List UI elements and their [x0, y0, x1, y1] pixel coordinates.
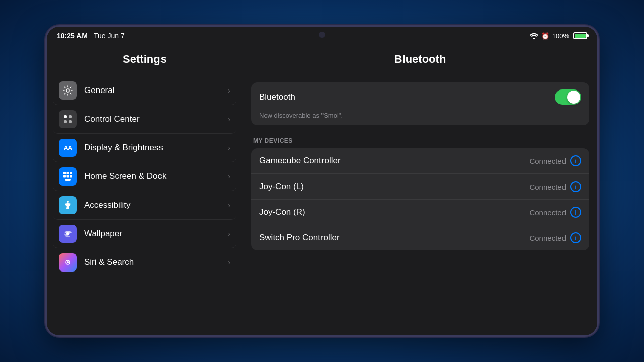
wallpaper-chevron: › — [228, 230, 230, 238]
ipad-frame: 10:25 AM Tue Jun 7 ⏰ 100% — [45, 25, 599, 337]
svg-rect-8 — [70, 172, 72, 174]
device-row-joycon-l[interactable]: Joy-Con (L) Connected i — [251, 174, 589, 200]
bluetooth-toggle[interactable] — [555, 89, 581, 105]
svg-point-0 — [533, 38, 535, 39]
device-right-gamecube: Connected i — [529, 155, 581, 166]
device-name-joycon-l: Joy-Con (L) — [259, 182, 304, 192]
status-time: 10:25 AM — [57, 32, 88, 40]
wallpaper-icon — [59, 225, 77, 243]
device-name-gamecube: Gamecube Controller — [259, 156, 341, 166]
bluetooth-toggle-row: Bluetooth — [251, 82, 589, 112]
home-screen-chevron: › — [228, 172, 230, 180]
sidebar-item-display-brightness[interactable]: AA Display & Brightness › — [53, 134, 236, 162]
discoverable-text: Now discoverable as "Smol". — [251, 112, 589, 125]
device-right-switch-pro: Connected i — [529, 232, 581, 243]
device-row-gamecube[interactable]: Gamecube Controller Connected i — [251, 148, 589, 174]
sidebar-item-accessibility[interactable]: Accessibility › — [53, 191, 236, 220]
main-content: Settings General › — [47, 45, 597, 335]
sidebar-title: Settings — [57, 53, 232, 66]
svg-rect-5 — [69, 120, 72, 123]
display-brightness-label: Display & Brightness — [84, 143, 163, 153]
device-info-gamecube[interactable]: i — [570, 155, 581, 166]
alarm-icon: ⏰ — [541, 32, 549, 40]
siri-search-chevron: › — [228, 258, 230, 266]
battery-fill — [575, 34, 586, 38]
devices-list: Gamecube Controller Connected i Joy-Con … — [251, 148, 589, 250]
svg-rect-4 — [64, 120, 67, 123]
control-center-chevron: › — [228, 115, 230, 123]
control-center-label: Control Center — [84, 114, 140, 124]
bluetooth-toggle-label: Bluetooth — [259, 92, 295, 102]
status-date: Tue Jun 7 — [94, 32, 125, 40]
bluetooth-panel: Bluetooth Bluetooth Now discoverable as … — [243, 45, 597, 335]
device-status-joycon-r: Connected — [529, 208, 566, 217]
device-name-switch-pro: Switch Pro Controller — [259, 233, 340, 243]
svg-rect-6 — [63, 172, 66, 174]
sidebar: Settings General › — [47, 45, 243, 335]
accessibility-chevron: › — [228, 201, 230, 209]
sidebar-item-wallpaper[interactable]: Wallpaper › — [53, 220, 236, 248]
device-info-switch-pro[interactable]: i — [570, 232, 581, 243]
device-status-gamecube: Connected — [529, 157, 566, 165]
info-icon: i — [575, 157, 577, 165]
device-row-switch-pro[interactable]: Switch Pro Controller Connected i — [251, 225, 589, 250]
sidebar-item-siri-search[interactable]: Siri & Search › — [53, 248, 236, 277]
svg-rect-11 — [70, 175, 72, 178]
svg-point-16 — [67, 261, 69, 263]
accessibility-icon — [59, 196, 77, 214]
svg-rect-7 — [67, 172, 69, 174]
device-info-joycon-l[interactable]: i — [570, 181, 581, 192]
display-brightness-icon: AA — [59, 139, 77, 157]
device-status-joycon-l: Connected — [529, 183, 566, 191]
sidebar-item-home-screen[interactable]: Home Screen & Dock › — [53, 162, 236, 191]
siri-icon — [59, 253, 77, 272]
accessibility-label: Accessibility — [84, 200, 131, 210]
svg-point-1 — [66, 89, 69, 92]
bluetooth-panel-header: Bluetooth — [243, 45, 597, 72]
svg-point-13 — [67, 201, 69, 203]
home-screen-icon — [59, 167, 77, 186]
siri-search-label: Siri & Search — [84, 257, 134, 267]
bluetooth-toggle-card: Bluetooth Now discoverable as "Smol". — [251, 82, 589, 125]
general-chevron: › — [228, 86, 230, 95]
svg-rect-2 — [64, 115, 67, 118]
home-screen-label: Home Screen & Dock — [84, 171, 166, 182]
info-icon-joycon-l: i — [575, 183, 577, 191]
svg-rect-10 — [67, 175, 69, 178]
device-status-switch-pro: Connected — [529, 234, 566, 242]
status-left: 10:25 AM Tue Jun 7 — [57, 32, 125, 40]
status-right: ⏰ 100% — [530, 32, 587, 40]
battery-icon — [573, 32, 587, 39]
control-center-icon — [59, 110, 77, 128]
wifi-icon — [530, 33, 538, 39]
svg-rect-12 — [65, 179, 71, 181]
bluetooth-panel-content: Bluetooth Now discoverable as "Smol". MY… — [243, 72, 597, 335]
wallpaper-label: Wallpaper — [84, 229, 122, 239]
power-button[interactable] — [597, 67, 599, 97]
sidebar-header: Settings — [47, 45, 243, 72]
device-name-joycon-r: Joy-Con (R) — [259, 207, 305, 217]
battery-percent: 100% — [552, 32, 569, 40]
info-icon-switch-pro: i — [575, 234, 577, 242]
device-right-joycon-r: Connected i — [529, 207, 581, 218]
info-icon-joycon-r: i — [575, 209, 577, 216]
toggle-knob — [567, 90, 580, 104]
device-right-joycon-l: Connected i — [529, 181, 581, 192]
my-devices-header: MY DEVICES — [251, 129, 589, 148]
device-info-joycon-r[interactable]: i — [570, 207, 581, 218]
sidebar-item-control-center[interactable]: Control Center › — [53, 105, 236, 134]
svg-rect-9 — [63, 175, 66, 178]
settings-list: General › Control — [47, 72, 243, 335]
general-label: General — [84, 85, 114, 96]
sidebar-item-general[interactable]: General › — [53, 76, 236, 105]
bluetooth-panel-title: Bluetooth — [253, 53, 587, 66]
screen: 10:25 AM Tue Jun 7 ⏰ 100% — [47, 27, 597, 335]
status-bar: 10:25 AM Tue Jun 7 ⏰ 100% — [47, 27, 597, 45]
general-icon — [59, 81, 77, 100]
display-brightness-chevron: › — [228, 144, 230, 152]
device-row-joycon-r[interactable]: Joy-Con (R) Connected i — [251, 200, 589, 225]
svg-rect-3 — [69, 115, 72, 118]
